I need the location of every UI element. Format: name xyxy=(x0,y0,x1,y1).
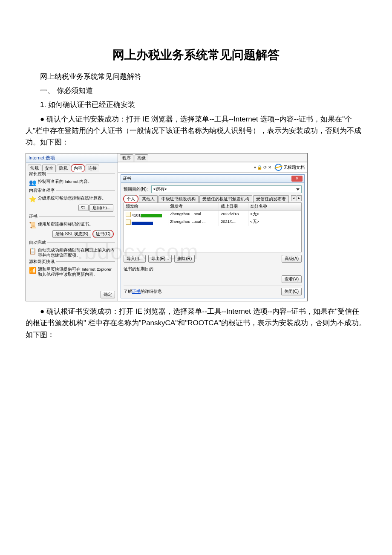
close-button[interactable]: 关闭(C) xyxy=(281,288,302,295)
learn-prefix: 了解 xyxy=(124,289,132,294)
cert-list: 颁发给 颁发者 截止日期 友好名称 4101 Zhengzhou Local .… xyxy=(124,203,302,252)
clear-ssl-button[interactable]: 清除 SSL 状态(S) xyxy=(52,230,91,238)
paragraph-q1: 1. 如何确认证书已经正确安装 xyxy=(26,99,366,110)
cert-list-header: 颁发给 颁发者 截止日期 友好名称 xyxy=(124,203,301,211)
cert-item-icon xyxy=(126,212,131,217)
group-cert-title: 证书 xyxy=(28,214,39,220)
row0-issuer: Zhengzhou Local ... xyxy=(168,211,219,218)
cert-tab-trusted-root[interactable]: 受信任的根证书颁发机构 xyxy=(199,195,252,202)
export-button[interactable]: 导出(E)... xyxy=(148,255,172,263)
col-issued-to[interactable]: 颁发给 xyxy=(124,203,168,210)
row1-expires: 2021/1... xyxy=(219,218,248,226)
row0-prefix: 4101 xyxy=(132,213,141,217)
form-icon: 📋 xyxy=(29,248,36,255)
purpose-dropdown[interactable]: <所有> xyxy=(151,185,302,193)
learn-link[interactable]: 证书 xyxy=(132,289,141,294)
tab-privacy[interactable]: 隐私 xyxy=(57,165,70,172)
star-icon: ⭐ xyxy=(29,196,36,203)
group-rating: 内容审查程序 ⭐ 分级系统可帮助您控制在该计算容。 🛡 启用(E)... xyxy=(29,190,115,213)
cert-tab-trusted-pub[interactable]: 受信任的发布者 xyxy=(253,195,289,202)
cert-row[interactable]: 4101 Zhengzhou Local ... 2022/2/18 <无> xyxy=(124,211,301,218)
group-auto-title: 自动完成 xyxy=(28,240,47,246)
people-icon: 👥 xyxy=(29,179,36,187)
cert-tab-others[interactable]: 其他人 xyxy=(139,195,158,202)
enable-button[interactable]: 启用(E)... xyxy=(89,204,113,212)
group-family-text: 控制可查看的 Internet 内容。 xyxy=(38,179,92,184)
rss-icon: 📶 xyxy=(29,267,36,275)
embedded-screenshot: .bdocx.com Internet 选项 常规 安全 隐私 内容 连接 家长… xyxy=(26,153,308,301)
learn-suffix: 的详细信息 xyxy=(141,289,162,294)
group-auto: 自动完成 📋 自动完成功能存储以前在网页上输入的内容并向您建议匹配项。 xyxy=(29,242,115,258)
doc-title: 网上办税业务系统常见问题解答 xyxy=(26,47,366,63)
purpose-label: 预期目的(N): xyxy=(124,186,148,192)
ie-icon xyxy=(275,164,282,171)
redacted-blue xyxy=(132,222,153,225)
col-issuer[interactable]: 颁发者 xyxy=(168,203,219,210)
tab-advanced[interactable]: 高级 xyxy=(135,154,148,162)
view-button[interactable]: 查看(V) xyxy=(282,275,302,283)
cert-row[interactable]: Zhengzhou Local ... 2021/1... <无> xyxy=(124,218,301,226)
paragraph-subtitle: 网上纳税业务系统常见问题解答 xyxy=(26,71,366,82)
tab-programs[interactable]: 程序 xyxy=(120,154,133,162)
advanced-button[interactable]: 高级(A) xyxy=(282,255,302,263)
group-feed: 源和网页快讯 📶 源和网页快讯提供可在 Internet Explorer 和其… xyxy=(29,261,115,277)
group-family-title: 家长控制 xyxy=(28,171,47,177)
certificates-button[interactable]: 证书(C) xyxy=(93,230,113,238)
group-cert: 证书 📜 使用加密连接和标识的证书。 清除 SSL 状态(S) 证书(C) xyxy=(29,216,115,239)
paragraph-answer2: ● 确认根证书安装成功：打开 IE 浏览器，选择菜单--工具--Internet… xyxy=(26,306,366,341)
dialog-title: Internet 选项 xyxy=(26,153,118,163)
row0-expires: 2022/2/18 xyxy=(219,211,248,218)
col-friendly[interactable]: 友好名称 xyxy=(248,203,301,210)
group-feed-text: 源和网页快讯提供可在 Internet Explorer 和其他程序中读取的更新… xyxy=(38,267,115,277)
browser-toolbar: ▾ 🔒 ⟳ ✕ 无标题文档 xyxy=(118,162,307,173)
page-title-label: 无标题文档 xyxy=(283,165,305,171)
cert-dialog-title: 证书 xyxy=(123,176,131,182)
close-icon[interactable]: ✕ xyxy=(291,176,303,182)
group-family: 家长控制 👥 控制可查看的 Internet 内容。 xyxy=(29,173,115,187)
tab-scroll-left-icon[interactable]: ◂ xyxy=(291,195,296,201)
cert-tab-personal[interactable]: 个人 xyxy=(124,195,138,202)
certificate-icon: 📜 xyxy=(29,222,36,229)
paragraph-answer1: ● 确认个人证书安装成功：打开 IE 浏览器，选择菜单--工具--Interne… xyxy=(26,113,366,148)
cert-purpose-section-label: 证书的预期目的 xyxy=(124,266,302,272)
row1-friendly: <无> xyxy=(248,218,301,226)
chevron-down-icon xyxy=(296,188,300,191)
options-tabs: 常规 安全 隐私 内容 连接 xyxy=(26,163,118,172)
cert-tabs: 个人 其他人 中级证书颁发机构 受信任的根证书颁发机构 受信任的发布者 ◂ ▸ xyxy=(124,195,302,203)
col-expires[interactable]: 截止日期 xyxy=(219,203,248,210)
paragraph-section1: 一、 你必须知道 xyxy=(26,85,366,96)
group-rating-text: 分级系统可帮助您控制在该计算容。 xyxy=(38,196,106,201)
cert-item-icon xyxy=(126,220,131,225)
redacted-green xyxy=(141,214,162,217)
purpose-value: <所有> xyxy=(153,186,167,192)
row1-issuer: Zhengzhou Local ... xyxy=(168,218,219,226)
tab-content[interactable]: 内容 xyxy=(71,165,85,172)
group-auto-text: 自动完成功能存储以前在网页上输入的内容并向您建议匹配项。 xyxy=(38,248,115,258)
group-rating-title: 内容审查程序 xyxy=(28,188,56,194)
certificates-dialog: 证书 ✕ 预期目的(N): <所有> 个人 其他人 中级证书颁发机构 xyxy=(121,174,305,298)
import-button[interactable]: 导入(I)... xyxy=(124,255,146,263)
learn-more-text: 了解证书的详细信息 xyxy=(124,289,162,295)
group-cert-text: 使用加密连接和标识的证书。 xyxy=(38,222,93,227)
tab-scroll-right-icon[interactable]: ▸ xyxy=(297,195,302,201)
ok-button[interactable]: 确定 xyxy=(101,291,115,298)
group-feed-title: 源和网页快讯 xyxy=(28,259,56,265)
tab-connection[interactable]: 连接 xyxy=(86,165,99,172)
internet-options-dialog: Internet 选项 常规 安全 隐私 内容 连接 家长控制 👥 控制可查看的… xyxy=(26,153,118,301)
row0-friendly: <无> xyxy=(248,211,301,218)
right-panel: 程序 高级 ▾ 🔒 ⟳ ✕ 无标题文档 证书 ✕ 预 xyxy=(118,153,307,301)
toolbar-controls[interactable]: ▾ 🔒 ⟳ ✕ xyxy=(254,165,271,170)
shield-icon: 🛡 xyxy=(78,205,89,211)
cert-tab-intermediate[interactable]: 中级证书颁发机构 xyxy=(159,195,199,202)
remove-button[interactable]: 删除(R) xyxy=(174,255,195,263)
